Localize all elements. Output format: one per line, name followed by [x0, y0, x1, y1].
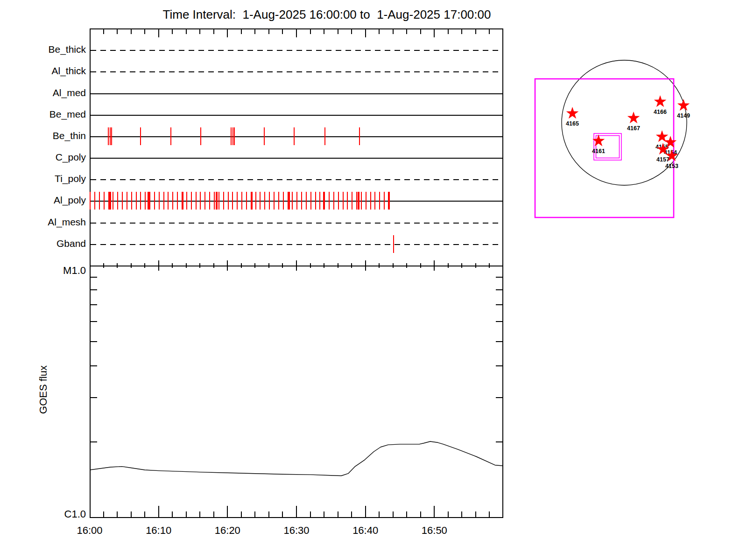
exposure-tick — [163, 192, 164, 210]
top-axis-tick — [241, 29, 242, 34]
top-axis-tick — [186, 29, 187, 34]
goes-y-minor-tick-left — [91, 341, 97, 342]
active-region-label: 4166 — [654, 109, 667, 115]
timeline-row-label: Gband — [0, 238, 86, 250]
exposure-tick — [223, 192, 224, 210]
active-region-label: 4167 — [627, 125, 640, 132]
exposure-tick — [338, 192, 339, 210]
exposure-tick — [145, 192, 146, 210]
exposure-tick — [361, 192, 362, 210]
exposure-tick — [278, 192, 279, 210]
top-axis-tick — [172, 29, 173, 34]
active-region-star — [627, 112, 640, 123]
exposure-tick — [269, 192, 270, 210]
timeline-row-line — [91, 71, 502, 72]
goes-y-minor-tick-right — [496, 341, 502, 342]
goes-y-minor-tick-right — [496, 321, 502, 322]
exposure-tick — [315, 192, 316, 210]
timeline-row-label: Al_poly — [0, 194, 86, 206]
exposure-tick — [241, 192, 242, 210]
goes-y-minor-tick-left — [91, 289, 97, 290]
top-axis-tick — [268, 29, 269, 34]
page-title: Time Interval: 1-Aug-2025 16:00:00 to 1-… — [163, 7, 491, 22]
x-tick-label: 16:10 — [146, 525, 171, 537]
exposure-tick — [200, 127, 201, 145]
active-region-label: 4149 — [677, 112, 690, 119]
top-axis-tick — [420, 29, 421, 34]
top-axis-tick — [475, 29, 476, 34]
exposure-tick — [255, 192, 256, 210]
exposure-tick — [352, 192, 352, 210]
exposure-tick — [301, 192, 302, 210]
x-tick-label: 16:30 — [283, 525, 309, 537]
exposure-tick — [149, 192, 150, 210]
exposure-tick — [196, 192, 197, 210]
exposure-tick — [333, 192, 334, 210]
exposure-tick — [232, 192, 233, 210]
exposure-tick-double — [358, 192, 359, 210]
top-axis-tick — [365, 29, 366, 37]
exposure-tick — [294, 127, 295, 145]
exposure-tick — [384, 192, 385, 210]
exposure-tick — [117, 192, 118, 210]
goes-y-minor-tick-left — [91, 277, 97, 278]
exposure-tick — [306, 192, 307, 210]
exposure-tick — [168, 192, 169, 210]
top-axis-tick — [144, 29, 145, 34]
goes-flux-curve — [91, 266, 502, 517]
exposure-tick — [310, 192, 311, 210]
timeline-row-label: Al_mesh — [0, 216, 86, 228]
goes-y-max-label: M1.0 — [0, 265, 86, 277]
x-tick-label: 16:20 — [215, 525, 240, 537]
exposure-tick — [209, 192, 210, 210]
exposure-tick — [231, 127, 232, 145]
active-region-label: 4153 — [665, 163, 678, 169]
exposure-tick-double — [251, 192, 253, 210]
timeline-row-line — [91, 244, 502, 245]
exposure-tick-double — [182, 192, 183, 210]
exposure-tick — [228, 192, 229, 210]
exposure-tick — [246, 192, 247, 210]
active-region-label: 4165 — [566, 120, 579, 127]
exposure-tick — [324, 127, 325, 145]
exposure-tick — [111, 127, 112, 145]
exposure-tick — [122, 192, 123, 210]
goes-y-minor-tick-right — [496, 277, 502, 278]
exposure-tick-double — [148, 192, 149, 210]
exposure-tick — [177, 192, 178, 210]
goes-y-axis-title: GOES flux — [37, 365, 49, 414]
goes-y-min-label: C1.0 — [0, 508, 86, 520]
exposure-tick — [234, 127, 235, 145]
exposure-tick — [274, 192, 275, 210]
goes-y-minor-tick-right — [496, 397, 502, 398]
timeline-row-label: Al_thick — [0, 65, 86, 77]
exposure-tick — [283, 192, 284, 210]
goes-y-minor-tick-left — [91, 441, 97, 442]
exposure-tick — [108, 127, 109, 145]
exposure-tick — [154, 192, 155, 210]
exposure-tick — [347, 192, 348, 210]
exposure-tick — [233, 127, 233, 145]
active-region-label: 4157 — [656, 156, 669, 163]
top-axis-tick — [227, 29, 228, 37]
top-axis-tick — [199, 29, 200, 34]
exposure-tick — [172, 192, 173, 210]
exposure-tick — [113, 192, 113, 210]
exposure-tick — [343, 192, 344, 210]
exposure-tick — [191, 192, 192, 210]
timeline-row-label: Be_thick — [0, 43, 86, 56]
active-region-star — [566, 107, 579, 119]
goes-y-minor-tick-right — [496, 304, 502, 305]
top-axis-tick — [117, 29, 118, 34]
timeline-row-line — [91, 158, 502, 159]
exposure-tick — [264, 192, 265, 210]
exposure-tick — [264, 127, 265, 145]
exposure-tick — [110, 127, 111, 145]
goes-y-minor-tick-left — [91, 304, 97, 305]
exposure-tick — [393, 235, 394, 253]
exposure-tick — [131, 192, 132, 210]
goes-flux-line — [91, 441, 502, 476]
timeline-row-line — [91, 50, 502, 51]
exposure-tick — [127, 192, 127, 210]
active-region-star — [677, 99, 690, 111]
